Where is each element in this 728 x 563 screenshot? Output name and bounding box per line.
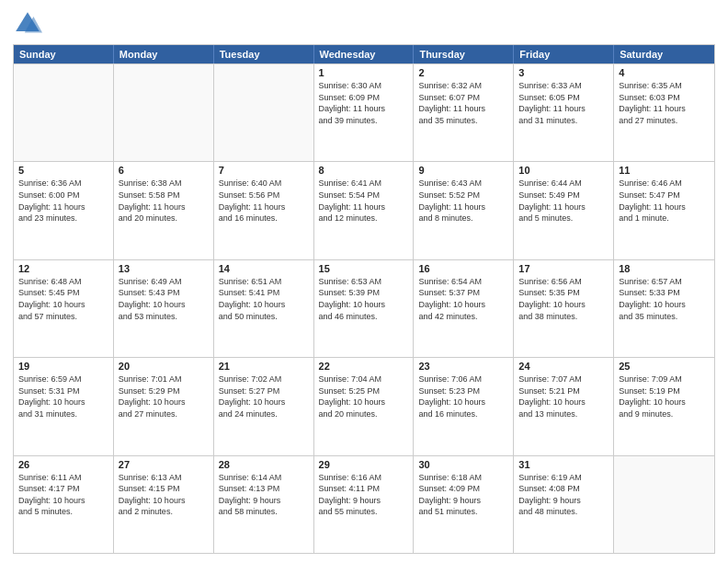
day-info: Sunrise: 6:38 AM Sunset: 5:58 PM Dayligh… [119, 178, 209, 224]
day-number: 23 [418, 361, 508, 372]
cal-cell-empty [214, 64, 314, 161]
day-info: Sunrise: 6:53 AM Sunset: 5:39 PM Dayligh… [319, 276, 409, 322]
day-info: Sunrise: 6:56 AM Sunset: 5:35 PM Dayligh… [518, 276, 609, 322]
cal-cell-day-27: 27Sunrise: 6:13 AM Sunset: 4:15 PM Dayli… [114, 456, 214, 553]
cal-cell-day-14: 14Sunrise: 6:51 AM Sunset: 5:41 PM Dayli… [214, 260, 314, 357]
cal-cell-day-16: 16Sunrise: 6:54 AM Sunset: 5:37 PM Dayli… [414, 260, 514, 357]
cal-cell-day-22: 22Sunrise: 7:04 AM Sunset: 5:25 PM Dayli… [314, 358, 415, 454]
day-info: Sunrise: 6:36 AM Sunset: 6:00 PM Dayligh… [18, 178, 108, 224]
day-info: Sunrise: 6:35 AM Sunset: 6:03 PM Dayligh… [619, 80, 710, 126]
day-number: 29 [319, 459, 409, 470]
day-info: Sunrise: 6:14 AM Sunset: 4:13 PM Dayligh… [219, 472, 309, 518]
day-info: Sunrise: 7:07 AM Sunset: 5:21 PM Dayligh… [518, 373, 609, 419]
day-info: Sunrise: 6:13 AM Sunset: 4:15 PM Dayligh… [119, 472, 209, 518]
calendar: SundayMondayTuesdayWednesdayThursdayFrid… [13, 44, 715, 554]
day-info: Sunrise: 6:41 AM Sunset: 5:54 PM Dayligh… [319, 178, 409, 224]
cal-row-2: 12Sunrise: 6:48 AM Sunset: 5:45 PM Dayli… [14, 259, 714, 357]
logo [13, 9, 46, 39]
weekday-header-sunday: Sunday [14, 45, 114, 63]
cal-cell-day-1: 1Sunrise: 6:30 AM Sunset: 6:09 PM Daylig… [314, 64, 415, 161]
day-number: 7 [219, 165, 309, 176]
weekday-header-thursday: Thursday [414, 45, 514, 63]
day-number: 15 [319, 263, 409, 274]
day-info: Sunrise: 6:19 AM Sunset: 4:08 PM Dayligh… [518, 472, 609, 518]
day-info: Sunrise: 6:46 AM Sunset: 5:47 PM Dayligh… [619, 178, 710, 224]
day-info: Sunrise: 6:57 AM Sunset: 5:33 PM Dayligh… [619, 276, 710, 322]
day-info: Sunrise: 6:32 AM Sunset: 6:07 PM Dayligh… [418, 80, 508, 126]
day-number: 11 [619, 165, 710, 176]
weekday-header-friday: Friday [514, 45, 614, 63]
day-number: 31 [518, 459, 609, 470]
day-number: 9 [418, 165, 508, 176]
cal-cell-day-7: 7Sunrise: 6:40 AM Sunset: 5:56 PM Daylig… [214, 162, 314, 259]
cal-cell-empty [614, 456, 714, 553]
cal-cell-day-2: 2Sunrise: 6:32 AM Sunset: 6:07 PM Daylig… [414, 64, 514, 161]
cal-cell-day-5: 5Sunrise: 6:36 AM Sunset: 6:00 PM Daylig… [14, 162, 114, 259]
cal-cell-day-25: 25Sunrise: 7:09 AM Sunset: 5:19 PM Dayli… [614, 358, 714, 454]
day-number: 3 [518, 67, 609, 78]
cal-cell-day-4: 4Sunrise: 6:35 AM Sunset: 6:03 PM Daylig… [614, 64, 714, 161]
day-info: Sunrise: 6:11 AM Sunset: 4:17 PM Dayligh… [18, 472, 108, 518]
day-number: 5 [18, 165, 108, 176]
cal-cell-day-24: 24Sunrise: 7:07 AM Sunset: 5:21 PM Dayli… [514, 358, 614, 454]
cal-cell-empty [114, 64, 214, 161]
cal-cell-day-29: 29Sunrise: 6:16 AM Sunset: 4:11 PM Dayli… [314, 456, 415, 553]
cal-cell-day-15: 15Sunrise: 6:53 AM Sunset: 5:39 PM Dayli… [314, 260, 415, 357]
day-number: 30 [418, 459, 508, 470]
day-info: Sunrise: 6:54 AM Sunset: 5:37 PM Dayligh… [418, 276, 508, 322]
calendar-body: 1Sunrise: 6:30 AM Sunset: 6:09 PM Daylig… [14, 63, 714, 553]
day-info: Sunrise: 7:02 AM Sunset: 5:27 PM Dayligh… [219, 373, 309, 419]
day-number: 17 [518, 263, 609, 274]
weekday-header-tuesday: Tuesday [214, 45, 314, 63]
day-number: 26 [18, 459, 108, 470]
day-number: 1 [319, 67, 409, 78]
day-info: Sunrise: 6:16 AM Sunset: 4:11 PM Dayligh… [319, 472, 409, 518]
day-info: Sunrise: 6:18 AM Sunset: 4:09 PM Dayligh… [418, 472, 508, 518]
day-number: 24 [518, 361, 609, 372]
cal-row-0: 1Sunrise: 6:30 AM Sunset: 6:09 PM Daylig… [14, 63, 714, 161]
cal-row-3: 19Sunrise: 6:59 AM Sunset: 5:31 PM Dayli… [14, 357, 714, 454]
day-info: Sunrise: 6:49 AM Sunset: 5:43 PM Dayligh… [119, 276, 209, 322]
day-info: Sunrise: 6:40 AM Sunset: 5:56 PM Dayligh… [219, 178, 309, 224]
cal-cell-day-11: 11Sunrise: 6:46 AM Sunset: 5:47 PM Dayli… [614, 162, 714, 259]
day-number: 13 [119, 263, 209, 274]
logo-icon [13, 9, 42, 39]
day-number: 12 [18, 263, 108, 274]
cal-cell-day-8: 8Sunrise: 6:41 AM Sunset: 5:54 PM Daylig… [314, 162, 415, 259]
cal-cell-day-26: 26Sunrise: 6:11 AM Sunset: 4:17 PM Dayli… [14, 456, 114, 553]
weekday-header-saturday: Saturday [614, 45, 714, 63]
day-number: 2 [418, 67, 508, 78]
day-info: Sunrise: 6:43 AM Sunset: 5:52 PM Dayligh… [418, 178, 508, 224]
day-number: 10 [518, 165, 609, 176]
day-number: 22 [319, 361, 409, 372]
cal-cell-empty [14, 64, 114, 161]
cal-cell-day-6: 6Sunrise: 6:38 AM Sunset: 5:58 PM Daylig… [114, 162, 214, 259]
day-info: Sunrise: 7:06 AM Sunset: 5:23 PM Dayligh… [418, 373, 508, 419]
cal-cell-day-19: 19Sunrise: 6:59 AM Sunset: 5:31 PM Dayli… [14, 358, 114, 454]
day-info: Sunrise: 6:33 AM Sunset: 6:05 PM Dayligh… [518, 80, 609, 126]
cal-cell-day-23: 23Sunrise: 7:06 AM Sunset: 5:23 PM Dayli… [414, 358, 514, 454]
day-number: 6 [119, 165, 209, 176]
day-info: Sunrise: 6:51 AM Sunset: 5:41 PM Dayligh… [219, 276, 309, 322]
day-number: 4 [619, 67, 710, 78]
day-number: 16 [418, 263, 508, 274]
cal-row-4: 26Sunrise: 6:11 AM Sunset: 4:17 PM Dayli… [14, 455, 714, 553]
cal-cell-day-28: 28Sunrise: 6:14 AM Sunset: 4:13 PM Dayli… [214, 456, 314, 553]
day-number: 28 [219, 459, 309, 470]
cal-cell-day-20: 20Sunrise: 7:01 AM Sunset: 5:29 PM Dayli… [114, 358, 214, 454]
weekday-header-wednesday: Wednesday [314, 45, 415, 63]
calendar-header: SundayMondayTuesdayWednesdayThursdayFrid… [14, 45, 714, 63]
cal-cell-day-21: 21Sunrise: 7:02 AM Sunset: 5:27 PM Dayli… [214, 358, 314, 454]
day-number: 20 [119, 361, 209, 372]
weekday-header-monday: Monday [114, 45, 214, 63]
day-info: Sunrise: 6:59 AM Sunset: 5:31 PM Dayligh… [18, 373, 108, 419]
day-info: Sunrise: 6:48 AM Sunset: 5:45 PM Dayligh… [18, 276, 108, 322]
header [13, 9, 715, 39]
day-number: 18 [619, 263, 710, 274]
day-number: 8 [319, 165, 409, 176]
cal-cell-day-30: 30Sunrise: 6:18 AM Sunset: 4:09 PM Dayli… [414, 456, 514, 553]
cal-row-1: 5Sunrise: 6:36 AM Sunset: 6:00 PM Daylig… [14, 161, 714, 259]
cal-cell-day-9: 9Sunrise: 6:43 AM Sunset: 5:52 PM Daylig… [414, 162, 514, 259]
page: SundayMondayTuesdayWednesdayThursdayFrid… [0, 0, 728, 563]
day-info: Sunrise: 7:01 AM Sunset: 5:29 PM Dayligh… [119, 373, 209, 419]
